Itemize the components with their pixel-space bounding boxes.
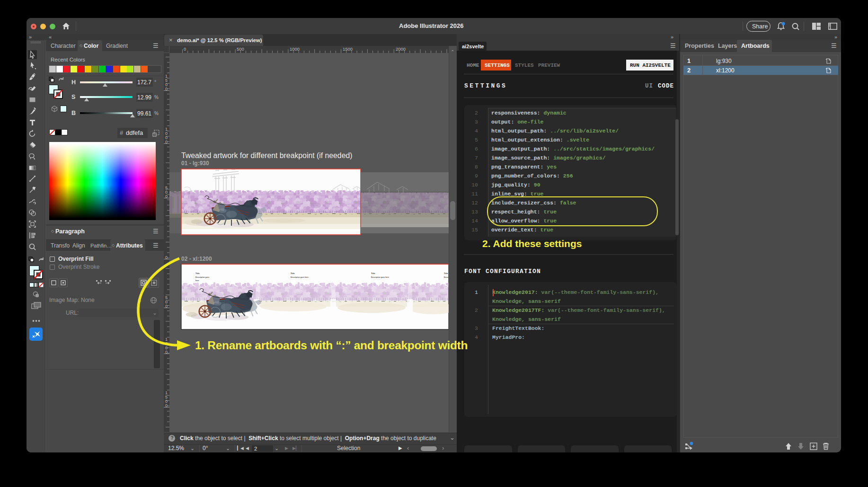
svg-text:Description goes: Description goes <box>195 276 209 278</box>
svg-text:0: 0 <box>165 350 168 354</box>
svg-text:0: 0 <box>165 87 168 91</box>
svg-text:500: 500 <box>237 46 244 52</box>
svg-text:1500: 1500 <box>343 46 353 52</box>
svg-text:0: 0 <box>165 255 168 260</box>
svg-text:Description goes here: Description goes here <box>291 276 309 278</box>
svg-text:0: 0 <box>165 304 168 309</box>
svg-text:Title: Title <box>444 272 448 274</box>
svg-text:Title: Title <box>195 272 200 274</box>
svg-text:Description goes here: Description goes here <box>371 276 389 278</box>
svg-text:2000: 2000 <box>396 46 406 52</box>
svg-text:here: here <box>195 280 199 282</box>
svg-text:0: 0 <box>165 140 168 144</box>
svg-text:0: 0 <box>184 46 186 52</box>
svg-text:1000: 1000 <box>290 46 300 52</box>
svg-text:0: 0 <box>165 403 168 408</box>
svg-text:Description goes here: Description goes here <box>444 276 449 278</box>
svg-text:Title: Title <box>371 272 375 274</box>
svg-text:0: 0 <box>165 194 168 199</box>
svg-text:Title: Title <box>291 272 295 274</box>
